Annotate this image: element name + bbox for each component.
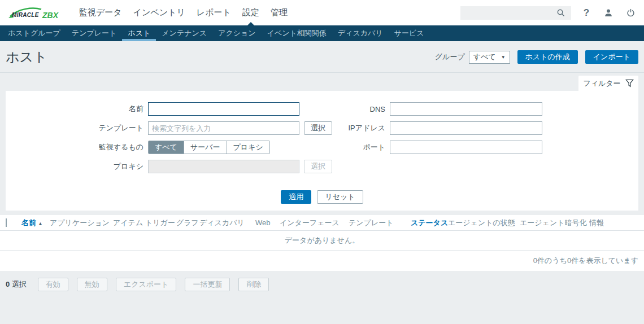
group-select[interactable]: すべて ▼	[469, 51, 510, 64]
filter-row-monitored-by: 監視するもの すべて サーバー プロキシ	[6, 141, 340, 154]
create-host-button[interactable]: ホストの作成	[517, 50, 578, 64]
col-triggers: トリガー	[145, 218, 176, 228]
filter-row-ip: IPアドレス	[340, 121, 611, 135]
paging-stats: 0件のうち0件を表示しています	[0, 251, 644, 271]
col-agent-status: エージェントの状態	[448, 218, 520, 228]
bulk-action-bar: 0 選択 有効 無効 エクスポート 一括更新 削除	[0, 271, 644, 298]
dns-label: DNS	[340, 105, 390, 113]
reset-button[interactable]: リセット	[317, 190, 363, 204]
filter-right-column: DNS IPアドレス ポート	[340, 102, 611, 179]
menu-label: レポート	[197, 7, 231, 18]
subnav-host-groups[interactable]: ホストグループ	[2, 25, 66, 41]
subnav-label: サービス	[394, 28, 424, 38]
subnav-hosts[interactable]: ホスト	[122, 25, 156, 41]
ip-address-input[interactable]	[390, 121, 542, 135]
miracle-zbx-logo: MIRACLE ZBX	[7, 5, 66, 21]
filter-columns: 名前 テンプレート 選択 監視するもの すべて サーバー プロキシ プロキシ 選…	[6, 102, 638, 179]
top-menu-administration[interactable]: 管理	[265, 0, 293, 25]
selected-count-label: 選択	[12, 280, 27, 288]
configuration-sub-nav: ホストグループ テンプレート ホスト メンテナンス アクション イベント相関関係…	[0, 25, 644, 41]
mass-update-button: 一括更新	[185, 278, 230, 291]
col-applications: アプリケーション	[50, 218, 113, 228]
filter-panel: 名前 テンプレート 選択 監視するもの すべて サーバー プロキシ プロキシ 選…	[6, 91, 638, 211]
empty-data-row: データがありません。	[0, 231, 644, 251]
top-menu-configuration[interactable]: 設定	[237, 0, 265, 25]
selected-count: 0 選択	[6, 279, 27, 290]
logout-power-icon[interactable]	[624, 6, 637, 20]
subnav-actions[interactable]: アクション	[212, 25, 262, 41]
header-controls: グループ すべて ▼ ホストの作成 インポート	[435, 50, 638, 64]
col-items: アイテム	[113, 218, 145, 228]
col-interface: インターフェース	[280, 218, 349, 228]
monitored-by-segmented: すべて サーバー プロキシ	[148, 141, 270, 154]
active-menu-caret	[247, 22, 254, 25]
ip-address-label: IPアドレス	[340, 123, 390, 133]
export-button: エクスポート	[116, 278, 177, 291]
subnav-label: ホスト	[128, 28, 150, 38]
port-input[interactable]	[390, 141, 542, 154]
top-bar: MIRACLE ZBX 監視データ インベントリ レポート 設定 管理 ?	[0, 0, 644, 25]
subnav-services[interactable]: サービス	[389, 25, 430, 41]
col-info: 情報	[589, 218, 644, 228]
proxy-label: プロキシ	[6, 161, 148, 172]
menu-label: インベントリ	[133, 7, 185, 18]
subnav-label: ディスカバリ	[338, 28, 383, 38]
port-label: ポート	[340, 142, 390, 152]
main-menu: 監視データ インベントリ レポート 設定 管理	[73, 0, 293, 25]
col-name[interactable]: 名前▲	[21, 218, 50, 228]
search-input[interactable]	[464, 8, 554, 17]
filter-row-template: テンプレート 選択	[6, 121, 340, 135]
subnav-label: ホストグループ	[8, 28, 60, 38]
filter-actions: 適用 リセット	[6, 190, 638, 204]
col-name-label: 名前	[21, 218, 36, 227]
selected-count-number: 0	[6, 280, 10, 288]
col-graphs: グラフ	[176, 218, 199, 228]
name-input[interactable]	[148, 102, 299, 116]
proxy-input	[148, 160, 299, 173]
filter-row-proxy: プロキシ 選択	[6, 160, 340, 173]
template-input[interactable]	[148, 121, 299, 135]
monitored-by-option-server[interactable]: サーバー	[184, 141, 227, 154]
host-table: 名前▲ アプリケーション アイテム トリガー グラフ ディスカバリ Web イン…	[0, 215, 644, 271]
apply-button[interactable]: 適用	[281, 190, 311, 204]
filter-tab[interactable]: フィルター	[578, 76, 638, 91]
filter-row-dns: DNS	[340, 102, 611, 116]
import-button[interactable]: インポート	[585, 50, 638, 64]
top-menu-reports[interactable]: レポート	[191, 0, 237, 25]
name-label: 名前	[6, 104, 148, 114]
search-icon[interactable]	[554, 6, 567, 20]
monitored-by-option-any[interactable]: すべて	[149, 141, 184, 154]
global-search	[460, 6, 571, 20]
template-select-button[interactable]: 選択	[304, 121, 332, 135]
dns-input[interactable]	[390, 102, 542, 116]
monitored-by-option-proxy[interactable]: プロキシ	[227, 141, 269, 154]
menu-label: 設定	[242, 7, 259, 18]
monitored-by-label: 監視するもの	[6, 142, 148, 152]
subnav-label: テンプレート	[72, 28, 117, 38]
page-header: ホスト グループ すべて ▼ ホストの作成 インポート	[0, 41, 644, 73]
table-header-row: 名前▲ アプリケーション アイテム トリガー グラフ ディスカバリ Web イン…	[0, 215, 644, 231]
subnav-templates[interactable]: テンプレート	[66, 25, 123, 41]
filter-row-name: 名前	[6, 102, 340, 116]
help-icon[interactable]: ?	[580, 6, 593, 20]
col-status[interactable]: ステータス	[411, 218, 448, 228]
chevron-down-icon: ▼	[501, 55, 506, 60]
filter-tab-label: フィルター	[583, 78, 620, 89]
top-menu-monitoring[interactable]: 監視データ	[73, 0, 128, 25]
sort-asc-icon: ▲	[38, 221, 43, 226]
group-label: グループ	[435, 52, 465, 62]
group-select-value: すべて	[473, 52, 496, 62]
top-menu-inventory[interactable]: インベントリ	[128, 0, 191, 25]
logo-text-miracle: MIRACLE	[12, 11, 39, 17]
col-discovery: ディスカバリ	[199, 218, 255, 228]
subnav-label: メンテナンス	[162, 28, 207, 38]
col-web: Web	[255, 218, 280, 227]
subnav-event-correlation[interactable]: イベント相関関係	[262, 25, 332, 41]
top-bar-right: ?	[460, 6, 637, 20]
select-all-checkbox[interactable]	[6, 218, 7, 227]
filter-funnel-icon	[625, 79, 634, 87]
subnav-discovery[interactable]: ディスカバリ	[332, 25, 389, 41]
subnav-maintenance[interactable]: メンテナンス	[156, 25, 212, 41]
filter-tab-row: フィルター	[6, 73, 638, 91]
profile-icon[interactable]	[602, 6, 615, 20]
